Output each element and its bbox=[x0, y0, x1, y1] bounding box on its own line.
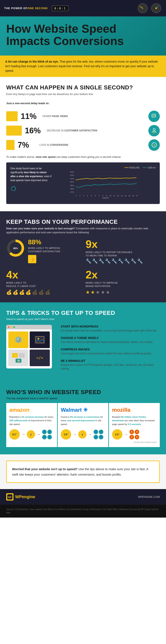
donut-svg: 88% bbox=[6, 239, 25, 258]
mozilla-person-4: ⬇ bbox=[135, 435, 139, 440]
header: THE POWER OF ONE SECOND 0:0:1 ● bbox=[0, 0, 166, 16]
section1-subtitle: Even tiny delays in page load time can b… bbox=[6, 92, 160, 96]
gauge-icons: ● bbox=[137, 2, 162, 14]
stat-row-satisfaction: 16% DECREASE IN CUSTOMER SATISFACTION bbox=[6, 125, 160, 136]
svg-text:10: 10 bbox=[109, 195, 111, 197]
perf-desc-2x: MORE LIKELY TO IMPROVEBRAND REPUTATION bbox=[86, 281, 118, 288]
dollar-icon: $ bbox=[151, 142, 157, 148]
walmart-coin-icon: 💰 bbox=[78, 430, 87, 438]
perf-item-2x: 2x MORE LIKELY TO IMPROVEBRAND REPUTATIO… bbox=[86, 269, 160, 295]
dollar-icon-active-1: 💰 bbox=[6, 290, 12, 295]
image-placeholder-icon: 🖼️ bbox=[15, 359, 21, 363]
footer-logo: WP WPengine bbox=[6, 493, 35, 500]
tip-body-minimalist: Reduce the number of HTTP requests (imag… bbox=[57, 363, 160, 370]
header-title: THE POWER OF ONE SECOND bbox=[4, 7, 48, 10]
stat-bar-satisfaction bbox=[6, 126, 22, 136]
browser-block-nav: → ← 🖼️ bbox=[8, 350, 28, 366]
page-views-icon bbox=[151, 113, 157, 119]
section2-title: KEEP TABS ON YOUR PERFORMANCE bbox=[6, 218, 160, 225]
svg-text:17: 17 bbox=[136, 195, 138, 197]
fine-print: Sources: [1] Kissmetrics, How Loading Ti… bbox=[0, 505, 166, 518]
wrench-icon-1: 🔧 bbox=[86, 258, 91, 264]
tip-title-minimalist: BE A MINIMALIST bbox=[57, 359, 160, 362]
wrench-icon-3: 🔧 bbox=[99, 258, 104, 264]
svg-text:15: 15 bbox=[129, 195, 131, 197]
conclusion-section: Worried that your website isn't up to sp… bbox=[0, 454, 166, 489]
nav-arrow-right: → bbox=[12, 353, 18, 358]
stat-number-conversions: 7% bbox=[18, 140, 36, 150]
svg-point-6 bbox=[153, 128, 155, 130]
walmart-arrow2-icon: → bbox=[88, 432, 92, 437]
tip-item-theme: CHOOSE A THEME WISELY Your theme should … bbox=[57, 336, 160, 344]
amazon-person-3: 👤 bbox=[42, 435, 47, 440]
stat-bar-conversions bbox=[6, 140, 14, 150]
footer-url: WPENGINE.COM bbox=[138, 495, 160, 498]
perf-value-4x: 4x bbox=[6, 269, 50, 280]
stat-icon-conversions: $ bbox=[148, 139, 160, 151]
amazon-arrow-icon: → bbox=[21, 432, 25, 437]
svg-text:2: 2 bbox=[79, 195, 81, 197]
browser-block-gear: ⚙️ bbox=[8, 332, 28, 348]
svg-text:3: 3 bbox=[83, 195, 84, 197]
amazon-flow: 0.1" → 💰 → 👤 👤 👤 👤 bbox=[9, 429, 54, 440]
section3-title: TIPS & TRICKS TO GET UP TO SPEED bbox=[6, 310, 160, 316]
intro-box: A lot can change in the blink of an eye.… bbox=[0, 56, 166, 77]
svg-text:$: $ bbox=[153, 144, 155, 146]
amazon-desc: Reported a 1% revenue increase for every… bbox=[9, 415, 54, 426]
svg-text:8: 8 bbox=[102, 195, 103, 197]
svg-text:39%: 39% bbox=[70, 184, 74, 186]
tip-item-minimalist: BE A MINIMALIST Reduce the number of HTT… bbox=[57, 359, 160, 370]
perf-item-4x: 4x MORE LIKELY TOREDUCE IT LABOR COST 💰 … bbox=[6, 269, 81, 295]
walmart-people-icons: 👤 👤 👤 👤 bbox=[94, 430, 103, 440]
svg-text:4: 4 bbox=[87, 195, 88, 197]
svg-text:WP: WP bbox=[8, 496, 12, 498]
svg-text:1: 1 bbox=[76, 195, 77, 197]
browser-bar bbox=[6, 325, 52, 330]
footer: WP WPengine WPENGINE.COM bbox=[0, 489, 166, 505]
image-icon bbox=[35, 336, 45, 344]
browser-content: ⚙️ → ← 🖼️ bbox=[6, 330, 52, 368]
mozilla-note: 60 MILLION DOWNLOADS bbox=[112, 441, 157, 443]
perf-value-88: 88% bbox=[28, 239, 60, 245]
wp-icon: WP bbox=[7, 494, 12, 500]
browser-mockup: ⚙️ → ← 🖼️ bbox=[6, 325, 52, 368]
tip-item-compress: COMPRESS IMAGES Your images should be co… bbox=[57, 348, 160, 355]
thumbs-up-icon: 👍 bbox=[28, 255, 60, 264]
amazon-person-4: 👤 bbox=[47, 435, 52, 440]
timer-display: 0:0:1 bbox=[52, 6, 69, 11]
amazon-person-2: 👤 bbox=[47, 430, 52, 434]
customer-icon bbox=[151, 128, 157, 134]
amazon-coin-icon: 💰 bbox=[27, 430, 35, 438]
company-card-mozilla: mozilla Boasted 60 million more Firefox … bbox=[109, 403, 160, 447]
stat-label-pageviews: FEWER PAGE VIEWS bbox=[42, 114, 145, 118]
conclusion-box: Worried that your website isn't up to sp… bbox=[6, 460, 160, 483]
amazon-logo: amazon bbox=[9, 407, 54, 413]
walmart-arrow-icon: → bbox=[73, 432, 77, 437]
walmart-desc: Found a 2% increase in conversions for e… bbox=[61, 415, 105, 426]
wp-logo-icon: WP bbox=[6, 493, 13, 500]
perf-value-2x: 2x bbox=[86, 269, 118, 280]
header-title-highlight: ONE SECOND bbox=[27, 7, 47, 10]
svg-text:6: 6 bbox=[95, 195, 96, 197]
perf-value-9x: 9x bbox=[86, 239, 143, 250]
perf-desc-9x: MORE LIKELY TO REPORT DECREASESTO MEAN T… bbox=[86, 250, 143, 258]
walmart-person-1: 👤 bbox=[94, 430, 98, 434]
tips-layout: ⚙️ → ← 🖼️ bbox=[6, 325, 160, 374]
section4-subtitle: The top companies have a need for speed: bbox=[6, 397, 160, 400]
dollar-icon-active-2: 💰 bbox=[13, 290, 18, 295]
header-title-prefix: THE POWER OF bbox=[4, 7, 27, 10]
mozilla-person-2: ⬇ bbox=[135, 430, 139, 434]
star-active-1: ★ bbox=[86, 290, 90, 295]
svg-marker-10 bbox=[11, 189, 12, 191]
svg-text:45%: 45% bbox=[70, 181, 74, 183]
section1-title: WHAT CAN HAPPEN IN A SINGLE SECOND? bbox=[6, 84, 160, 91]
stat-row-conversions: 7% LOSS IN CONVERSIONS $ bbox=[6, 139, 160, 151]
line-chart: 63% 57% 51% 45% 39% 33% 27% bbox=[56, 170, 156, 199]
perf-item-9x: 9x MORE LIKELY TO REPORT DECREASESTO MEA… bbox=[86, 239, 160, 264]
company-card-amazon: amazon Reported a 1% revenue increase fo… bbox=[6, 403, 57, 447]
nav-arrow-left: ← bbox=[19, 353, 25, 358]
section2-subtitle: How can you make sure your website is fa… bbox=[6, 226, 160, 234]
dollar-icon-inactive-3: 💰 bbox=[45, 290, 50, 295]
gear-icon: ⚙️ bbox=[14, 336, 22, 343]
svg-text:57%: 57% bbox=[70, 174, 74, 176]
